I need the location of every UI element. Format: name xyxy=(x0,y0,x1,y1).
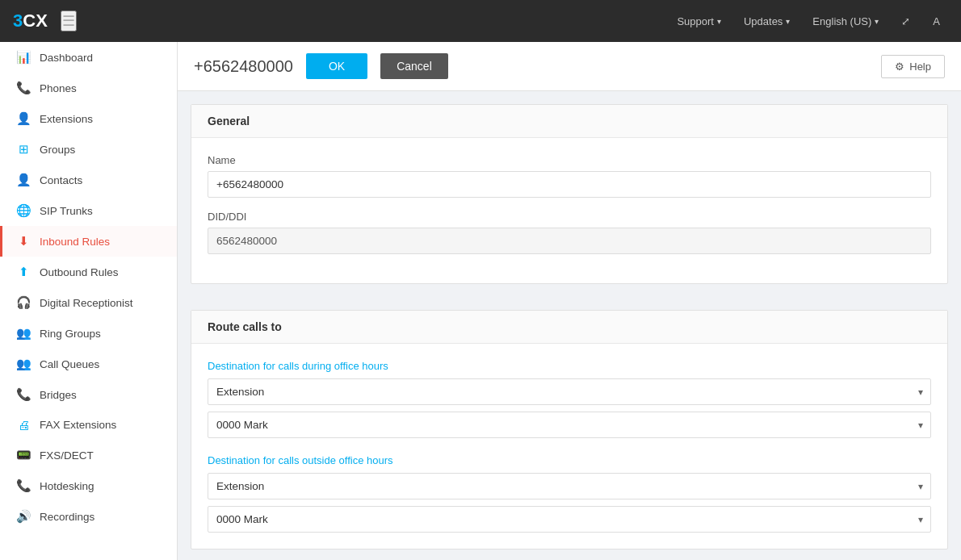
language-button[interactable]: English (US) ▾ xyxy=(804,10,887,32)
did-label: DID/DDI xyxy=(208,211,931,223)
navbar-left: 3 CX ☰ xyxy=(13,10,77,31)
office-type-select-wrapper: Extension IVR Ring Group Voicemail ▾ xyxy=(208,378,931,405)
general-section: General Name DID/DDI xyxy=(191,104,948,284)
sidebar: 📊 Dashboard 📞 Phones 👤 Extensions ⊞ Grou… xyxy=(0,42,178,560)
sidebar-item-label: Digital Receptionist xyxy=(40,297,133,309)
sidebar-item-label: Hotdesking xyxy=(40,480,94,492)
sidebar-item-label: Call Queues xyxy=(40,358,99,370)
sidebar-item-dashboard[interactable]: 📊 Dashboard xyxy=(0,42,177,73)
outside-hours-group: Destination for calls outside office hou… xyxy=(208,454,931,533)
sidebar-item-groups[interactable]: ⊞ Groups xyxy=(0,134,177,165)
sidebar-item-label: Dashboard xyxy=(40,52,93,64)
navbar-right: Support ▾ Updates ▾ English (US) ▾ ⤢ A xyxy=(669,10,948,32)
sidebar-item-label: Extensions xyxy=(40,113,93,125)
phones-icon: 📞 xyxy=(15,81,31,95)
office-hours-group: Destination for calls during office hour… xyxy=(208,360,931,438)
cancel-button[interactable]: Cancel xyxy=(380,53,448,79)
sidebar-item-fax-extensions[interactable]: 🖨 FAX Extensions xyxy=(0,410,177,440)
general-section-body: Name DID/DDI xyxy=(191,138,947,283)
help-label: Help xyxy=(909,61,931,73)
expand-icon: ⤢ xyxy=(901,15,910,27)
support-label: Support xyxy=(677,15,714,27)
bridges-icon: 📞 xyxy=(15,387,31,402)
sidebar-item-contacts[interactable]: 👤 Contacts xyxy=(0,165,177,195)
logo-cx: CX xyxy=(23,10,48,31)
language-label: English (US) xyxy=(812,15,871,27)
sidebar-item-outbound-rules[interactable]: ⬆ Outbound Rules xyxy=(0,257,177,287)
groups-icon: ⊞ xyxy=(15,142,31,157)
name-label: Name xyxy=(208,154,931,166)
outside-ext-select[interactable]: 0000 Mark 0001 John 0002 Jane xyxy=(208,506,931,533)
general-section-title: General xyxy=(191,105,947,138)
outside-ext-select-wrapper: 0000 Mark 0001 John 0002 Jane ▾ xyxy=(208,506,931,533)
sidebar-item-label: Bridges xyxy=(40,389,77,401)
updates-arrow-icon: ▾ xyxy=(786,17,790,26)
support-button[interactable]: Support ▾ xyxy=(669,10,729,32)
sidebar-item-extensions[interactable]: 👤 Extensions xyxy=(0,103,177,134)
sidebar-item-label: Groups xyxy=(40,144,75,156)
updates-label: Updates xyxy=(744,15,783,27)
sidebar-item-inbound-rules[interactable]: ⬇ Inbound Rules xyxy=(0,226,177,257)
route-section-title: Route calls to xyxy=(191,311,947,344)
dashboard-icon: 📊 xyxy=(15,50,31,65)
sidebar-item-phones[interactable]: 📞 Phones xyxy=(0,73,177,103)
office-type-select[interactable]: Extension IVR Ring Group Voicemail xyxy=(208,378,931,405)
outside-type-select[interactable]: Extension IVR Ring Group Voicemail xyxy=(208,473,931,499)
main-layout: 📊 Dashboard 📞 Phones 👤 Extensions ⊞ Grou… xyxy=(0,42,961,560)
contacts-icon: 👤 xyxy=(15,173,31,187)
sidebar-item-hotdesking[interactable]: 📞 Hotdesking xyxy=(0,470,177,501)
office-ext-select[interactable]: 0000 Mark 0001 John 0002 Jane xyxy=(208,412,931,438)
sidebar-item-label: FXS/DECT xyxy=(40,449,94,462)
help-button[interactable]: ⚙ Help xyxy=(881,55,945,78)
sidebar-item-label: Phones xyxy=(40,82,77,94)
sidebar-item-label: Ring Groups xyxy=(40,328,101,340)
user-button[interactable]: A xyxy=(925,10,948,32)
logo: 3 CX xyxy=(13,10,48,31)
sidebar-item-label: Inbound Rules xyxy=(40,236,110,248)
sip-trunks-icon: 🌐 xyxy=(15,203,31,218)
help-icon: ⚙ xyxy=(895,61,904,73)
extensions-icon: 👤 xyxy=(15,111,31,126)
did-input xyxy=(208,228,931,254)
sidebar-item-label: Outbound Rules xyxy=(40,266,119,278)
sidebar-item-fxs-dect[interactable]: 📟 FXS/DECT xyxy=(0,440,177,470)
outside-hours-label: Destination for calls outside office hou… xyxy=(208,454,931,466)
sidebar-item-label: Contacts xyxy=(40,174,82,186)
sidebar-item-call-queues[interactable]: 👥 Call Queues xyxy=(0,349,177,379)
sidebar-item-label: SIP Trunks xyxy=(40,205,93,217)
logo-3: 3 xyxy=(13,10,23,31)
inbound-rules-icon: ⬇ xyxy=(15,234,31,249)
fxs-dect-icon: 📟 xyxy=(15,448,31,462)
updates-button[interactable]: Updates ▾ xyxy=(736,10,798,32)
route-section-body: Destination for calls during office hour… xyxy=(191,344,947,549)
office-ext-select-wrapper: 0000 Mark 0001 John 0002 Jane ▾ xyxy=(208,412,931,438)
name-field-group: Name xyxy=(208,154,931,198)
user-label: A xyxy=(933,15,940,27)
sidebar-item-ring-groups[interactable]: 👥 Ring Groups xyxy=(0,318,177,349)
expand-button[interactable]: ⤢ xyxy=(893,10,918,32)
outbound-rules-icon: ⬆ xyxy=(15,265,31,279)
office-hours-label: Destination for calls during office hour… xyxy=(208,360,931,372)
sidebar-item-bridges[interactable]: 📞 Bridges xyxy=(0,379,177,410)
page-title: +6562480000 xyxy=(194,57,293,76)
language-arrow-icon: ▾ xyxy=(875,17,879,26)
sidebar-item-label: Recordings xyxy=(40,511,94,523)
sidebar-item-label: FAX Extensions xyxy=(40,419,116,431)
navbar: 3 CX ☰ Support ▾ Updates ▾ English (US) … xyxy=(0,0,961,42)
name-input[interactable] xyxy=(208,171,931,198)
content: +6562480000 OK Cancel ⚙ Help General Nam… xyxy=(178,42,961,560)
ok-button[interactable]: OK xyxy=(306,53,367,79)
digital-receptionist-icon: 🎧 xyxy=(15,295,31,310)
sidebar-item-recordings[interactable]: 🔊 Recordings xyxy=(0,501,177,532)
route-section: Route calls to Destination for calls dur… xyxy=(191,310,948,550)
fax-extensions-icon: 🖨 xyxy=(15,418,31,432)
did-field-group: DID/DDI xyxy=(208,211,931,254)
hotdesking-icon: 📞 xyxy=(15,479,31,493)
content-header: +6562480000 OK Cancel ⚙ Help xyxy=(178,42,961,91)
sidebar-item-sip-trunks[interactable]: 🌐 SIP Trunks xyxy=(0,195,177,226)
outside-type-select-wrapper: Extension IVR Ring Group Voicemail ▾ xyxy=(208,473,931,499)
hamburger-button[interactable]: ☰ xyxy=(61,10,77,31)
recordings-icon: 🔊 xyxy=(15,509,31,524)
support-arrow-icon: ▾ xyxy=(717,17,721,26)
sidebar-item-digital-receptionist[interactable]: 🎧 Digital Receptionist xyxy=(0,287,177,318)
